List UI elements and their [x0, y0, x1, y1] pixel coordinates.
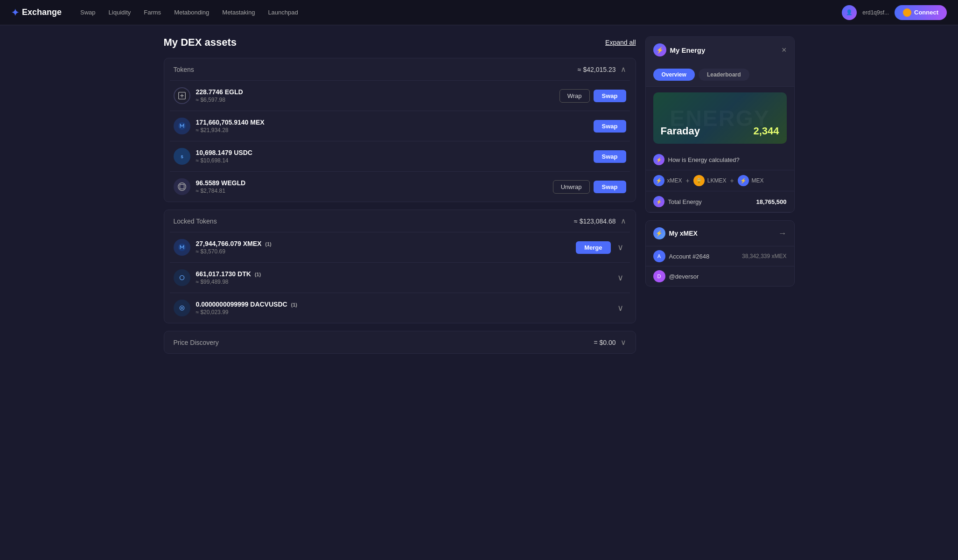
- coin-icon: [903, 8, 911, 17]
- my-energy-card: ⚡ My Energy × Overview Leaderboard ENERG…: [645, 36, 795, 213]
- main-content: My DEX assets Expand all Tokens ≈ $42,01…: [164, 36, 636, 361]
- table-row: 171,660,705.9140 MEX ≈ $21,934.28 Swap: [170, 111, 630, 141]
- egld-usd: ≈ $6,597.98: [196, 97, 559, 103]
- dacvusdc-usd: ≈ $20,023.99: [196, 309, 615, 315]
- nav-link-metabonding[interactable]: Metabonding: [174, 9, 209, 16]
- price-discovery-title: Price Discovery: [174, 339, 219, 346]
- right-panel: ⚡ My Energy × Overview Leaderboard ENERG…: [645, 36, 795, 361]
- merge-button[interactable]: Merge: [576, 241, 610, 254]
- table-row: 27,944,766.079 XMEX (1) ≈ $3,570.69 Merg…: [170, 232, 630, 262]
- leaderboard-user-1: A Account #2648: [653, 250, 710, 262]
- locked-tokens-header[interactable]: Locked Tokens ≈ $123,084.68 ∧: [164, 210, 636, 232]
- mex-icon: [174, 118, 190, 134]
- table-row: 96.5589 WEGLD ≈ $2,784.81 Unwrap Swap: [170, 171, 630, 202]
- my-xmex-icon: ⚡: [653, 227, 665, 239]
- my-xmex-arrow-icon[interactable]: →: [778, 229, 787, 238]
- energy-bg-text: ENERGY: [653, 92, 787, 144]
- locked-total: ≈ $123,084.68: [574, 217, 615, 225]
- lkmex-stat-icon: 🔒: [693, 175, 705, 186]
- leaderboard-value-1: 38,342,339 xMEX: [742, 253, 786, 259]
- svg-point-11: [181, 307, 183, 309]
- xmex-usd: ≈ $3,570.69: [196, 248, 576, 255]
- energy-stats-row: ⚡ How is Energy calculated?: [646, 149, 794, 170]
- energy-overview-tab[interactable]: Overview: [653, 69, 695, 81]
- price-discovery-header[interactable]: Price Discovery = $0.00 ∨: [164, 331, 636, 353]
- my-xmex-card: ⚡ My xMEX → A Account #2648 38,342,339 x…: [645, 220, 795, 287]
- egld-swap-button[interactable]: Swap: [594, 90, 626, 102]
- xmex-stat-label: xMEX: [667, 177, 682, 184]
- table-row: 661,017.1730 DTK (1) ≈ $99,489.98 ∨: [170, 262, 630, 293]
- usdc-amount: 10,698.1479 USDC: [196, 149, 594, 156]
- svg-rect-5: [180, 184, 184, 189]
- usdc-swap-button[interactable]: Swap: [594, 150, 626, 163]
- locked-tokens-title: Locked Tokens: [174, 217, 217, 225]
- logo[interactable]: ✦ Exchange: [11, 7, 62, 18]
- nav-link-launchpad[interactable]: Launchpad: [268, 9, 298, 16]
- dtk-actions: ∨: [615, 271, 626, 285]
- nav-link-farms[interactable]: Farms: [144, 9, 161, 16]
- nav-links: SwapLiquidityFarmsMetabondingMetastaking…: [80, 9, 842, 16]
- mex-actions: Swap: [594, 120, 626, 133]
- xmex-expand-button[interactable]: ∨: [615, 240, 626, 254]
- price-discovery-total: = $0.00: [594, 339, 615, 346]
- plus-icon-1: +: [686, 177, 690, 184]
- wegld-actions: Unwrap Swap: [553, 180, 626, 194]
- wegld-swap-button[interactable]: Swap: [594, 181, 626, 193]
- tokens-section-title: Tokens: [174, 66, 194, 73]
- page-layout: My DEX assets Expand all Tokens ≈ $42,01…: [153, 25, 806, 372]
- mex-amount: 171,660,705.9140 MEX: [196, 119, 594, 126]
- wrap-button[interactable]: Wrap: [559, 89, 590, 103]
- leaderboard-user-2: D @deversor: [653, 270, 699, 282]
- dtk-usd: ≈ $99,489.98: [196, 279, 615, 285]
- expand-all-button[interactable]: Expand all: [605, 39, 636, 46]
- dacvusdc-expand-button[interactable]: ∨: [615, 301, 626, 315]
- connect-button[interactable]: Connect: [895, 5, 947, 20]
- dacvusdc-info: 0.0000000099999 DACVUSDC (1) ≈ $20,023.9…: [196, 301, 615, 315]
- energy-leaderboard-tab[interactable]: Leaderboard: [699, 69, 749, 81]
- tokens-list: 228.7746 EGLD ≈ $6,597.98 Wrap Swap: [164, 80, 636, 202]
- price-discovery-section: Price Discovery = $0.00 ∨: [164, 331, 636, 354]
- user-avatar[interactable]: 👤: [842, 5, 857, 20]
- lkmex-stat-label: LKMEX: [707, 177, 727, 184]
- unwrap-button[interactable]: Unwrap: [553, 180, 590, 194]
- tokens-section-header[interactable]: Tokens ≈ $42,015.23 ∧: [164, 58, 636, 80]
- energy-stat-xmex: ⚡ xMEX: [653, 175, 682, 186]
- nav-link-metastaking[interactable]: Metastaking: [222, 9, 255, 16]
- dacvusdc-icon: [174, 300, 190, 316]
- navbar: ✦ Exchange SwapLiquidityFarmsMetabonding…: [0, 0, 958, 25]
- mex-swap-button[interactable]: Swap: [594, 120, 626, 133]
- energy-stat-lkmex: 🔒 LKMEX: [693, 175, 727, 186]
- dtk-expand-button[interactable]: ∨: [615, 271, 626, 285]
- usdc-actions: Swap: [594, 150, 626, 163]
- table-row: 0.0000000099999 DACVUSDC (1) ≈ $20,023.9…: [170, 293, 630, 323]
- svg-text:$: $: [181, 154, 183, 159]
- tokens-section-right: ≈ $42,015.23 ∧: [578, 65, 626, 74]
- locked-tokens-section: Locked Tokens ≈ $123,084.68 ∧: [164, 210, 636, 323]
- egld-actions: Wrap Swap: [559, 89, 626, 103]
- svg-point-4: [178, 183, 186, 191]
- energy-stat-mex: ⚡ MEX: [738, 175, 764, 186]
- list-item: A Account #2648 38,342,339 xMEX: [646, 246, 794, 266]
- dtk-icon: [174, 269, 190, 286]
- energy-card-visual: ENERGY Faraday 2,344: [653, 92, 787, 144]
- usdc-usd: ≈ $10,698.14: [196, 157, 594, 164]
- price-discovery-chevron-icon: ∨: [621, 338, 626, 347]
- tokens-total: ≈ $42,015.23: [578, 66, 616, 73]
- xmex-actions: Merge ∨: [576, 240, 626, 254]
- my-xmex-title: ⚡ My xMEX: [653, 227, 698, 239]
- total-energy-label: ⚡ Total Energy: [653, 196, 702, 207]
- wegld-amount: 96.5589 WEGLD: [196, 179, 553, 187]
- my-energy-close-icon[interactable]: ×: [782, 45, 787, 55]
- page-header: My DEX assets Expand all: [164, 36, 636, 49]
- price-discovery-right: = $0.00 ∨: [594, 338, 626, 347]
- xmex-amount: 27,944,766.079 XMEX (1): [196, 240, 576, 247]
- plus-icon-2: +: [730, 177, 734, 184]
- total-energy-icon: ⚡: [653, 196, 664, 207]
- egld-icon: [174, 87, 190, 104]
- total-energy-value: 18,765,500: [756, 198, 786, 205]
- nav-link-liquidity[interactable]: Liquidity: [109, 9, 131, 16]
- mex-info: 171,660,705.9140 MEX ≈ $21,934.28: [196, 119, 594, 133]
- leaderboard-avatar-1: A: [653, 250, 665, 262]
- xmex-info: 27,944,766.079 XMEX (1) ≈ $3,570.69: [196, 240, 576, 255]
- nav-link-swap[interactable]: Swap: [80, 9, 96, 16]
